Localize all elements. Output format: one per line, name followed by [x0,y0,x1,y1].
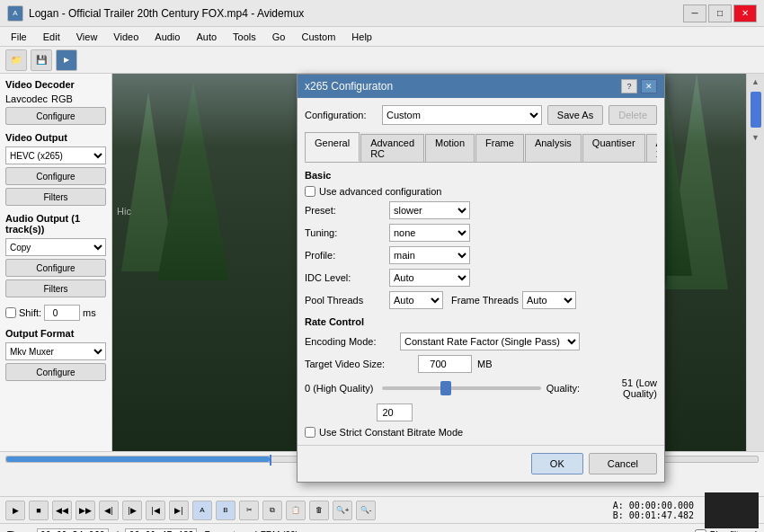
play-button[interactable]: ▶ [5,501,25,520]
video-output-section: Video Output HEVC (x265) Configure Filte… [5,132,106,206]
menu-tools[interactable]: Tools [226,30,263,44]
frame-threads-select[interactable]: Auto [522,291,576,309]
zoom-out-button[interactable]: 🔍- [356,501,376,520]
video-output-configure-btn[interactable]: Configure [5,167,106,185]
delete-button[interactable]: Delete [609,105,657,125]
mark-b-button[interactable]: B [216,501,235,520]
encoding-mode-row: Encoding Mode: Constant Rate Factor (Sin… [305,332,657,350]
title-bar-left: A Logan - Official Trailer 20th Century … [7,5,304,22]
tuning-row: Tuning: none grain fastdecode zerolatenc… [305,224,657,242]
forward-button[interactable]: ▶▶ [76,501,95,520]
threads-row: Pool Threads Auto Frame Threads Auto [305,291,657,309]
next-frame-button[interactable]: |▶ [122,501,142,520]
b-label: B: [613,510,626,520]
quality-value-row [305,403,657,421]
time-input[interactable] [37,528,109,533]
idc-label: IDC Level: [305,272,386,283]
quality-label: Quality: [546,383,580,394]
audio-output-codec-select[interactable]: Copy [5,238,106,256]
use-advanced-checkbox[interactable] [305,186,315,197]
video-output-filters-btn[interactable]: Filters [5,188,106,206]
shift-row: Shift: ms [5,305,106,321]
timeline-progress [6,457,270,462]
duration-input[interactable] [125,528,197,533]
idc-select[interactable]: Auto [389,269,470,287]
pool-threads-select[interactable]: Auto [389,291,443,309]
audio-output-filters-btn[interactable]: Filters [5,279,106,297]
tab-motion[interactable]: Motion [425,134,475,162]
copy-button[interactable]: ⧉ [262,501,282,520]
mark-a-button[interactable]: A [192,501,212,520]
tab-analysis[interactable]: Analysis [525,134,582,162]
toolbar-save[interactable]: 💾 [31,49,52,71]
use-advanced-label: Use advanced configuration [319,186,441,197]
menu-go[interactable]: Go [265,30,293,44]
title-bar: A Logan - Official Trailer 20th Century … [0,0,764,27]
target-size-input[interactable] [418,355,472,373]
menu-help[interactable]: Help [344,30,379,44]
quality-value-input[interactable] [377,403,413,421]
target-size-unit: MB [477,359,493,369]
tab-advanced1[interactable]: Advanced 1 [646,134,657,162]
toolbar-open[interactable]: 📁 [5,49,27,71]
minimize-button[interactable]: ─ [683,4,706,22]
dialog-help-button[interactable]: ? [621,79,637,93]
begin-button[interactable]: |◀ [146,501,165,520]
output-format-select[interactable]: Mkv Muxer [5,342,106,360]
b-marker-row: B: 00:01:47.482 [613,510,694,520]
close-button[interactable]: ✕ [733,4,757,22]
stop-button[interactable]: ■ [29,501,49,520]
app-icon: A [7,5,23,22]
menu-file[interactable]: File [4,30,34,44]
strict-row: Use Strict Constant Bitrate Mode [305,427,657,438]
menu-video[interactable]: Video [106,30,146,44]
right-strip-bottom[interactable]: ▼ [751,133,760,142]
preset-select[interactable]: slower ultrafast superfast veryfast fast… [389,201,470,219]
quality-row: 0 (High Quality) Quality: 51 (Low Qualit… [305,377,657,399]
cancel-button[interactable]: Cancel [589,453,657,474]
encoding-mode-label: Encoding Mode: [305,336,395,347]
tab-quantiser[interactable]: Quantiser [582,134,645,162]
tab-frame[interactable]: Frame [475,134,524,162]
menu-audio[interactable]: Audio [147,30,187,44]
cut-button[interactable]: ✂ [239,501,259,520]
shift-checkbox[interactable] [5,307,16,318]
audio-output-section: Audio Output (1 track(s)) Copy Configure… [5,213,106,297]
tuning-select[interactable]: none grain fastdecode zerolatency [389,224,470,242]
dialog-close-button[interactable]: ✕ [641,79,657,93]
rewind-button[interactable]: ◀◀ [52,501,72,520]
config-select[interactable]: Custom [382,105,542,125]
profile-select[interactable]: main main10 mainstillpicture [389,246,470,264]
window-controls: ─ □ ✕ [683,4,757,22]
strict-cbr-checkbox[interactable] [305,427,315,438]
x265-dialog: x265 Configuraton ? ✕ Configuration: Cus… [297,74,665,483]
menu-view[interactable]: View [69,30,105,44]
encoding-mode-select[interactable]: Constant Rate Factor (Single Pass) Avera… [400,332,580,350]
ok-button[interactable]: OK [531,453,583,474]
delete-button[interactable]: 🗑 [309,501,329,520]
menu-custom[interactable]: Custom [294,30,342,44]
menu-auto[interactable]: Auto [189,30,224,44]
right-strip-top[interactable]: ▲ [751,77,760,86]
quality-slider[interactable] [382,386,541,390]
a-marker-row: A: 00:00:00.000 [613,501,694,510]
audio-output-configure-btn[interactable]: Configure [5,259,106,277]
scrollbar-thumb[interactable] [751,92,761,128]
maximize-button[interactable]: □ [708,4,732,22]
shift-input[interactable] [44,305,80,321]
tab-general[interactable]: General [305,132,360,162]
output-format-configure-btn[interactable]: Configure [5,363,106,381]
zoom-in-button[interactable]: 🔍+ [333,501,352,520]
tab-advanced-rc[interactable]: Advanced RC [360,134,424,162]
shift-label: Shift: [19,307,41,318]
end-button[interactable]: ▶| [169,501,189,520]
video-decoder-configure-btn[interactable]: Configure [5,107,106,125]
save-as-button[interactable]: Save As [547,105,603,125]
dialog-footer: OK Cancel [298,445,664,482]
target-size-row: Target Video Size: MB [305,355,657,373]
toolbar-encode[interactable]: ▶ [56,49,77,71]
video-output-codec-select[interactable]: HEVC (x265) [5,146,106,164]
prev-frame-button[interactable]: ◀| [99,501,119,520]
menu-edit[interactable]: Edit [36,30,67,44]
paste-button[interactable]: 📋 [286,501,306,520]
